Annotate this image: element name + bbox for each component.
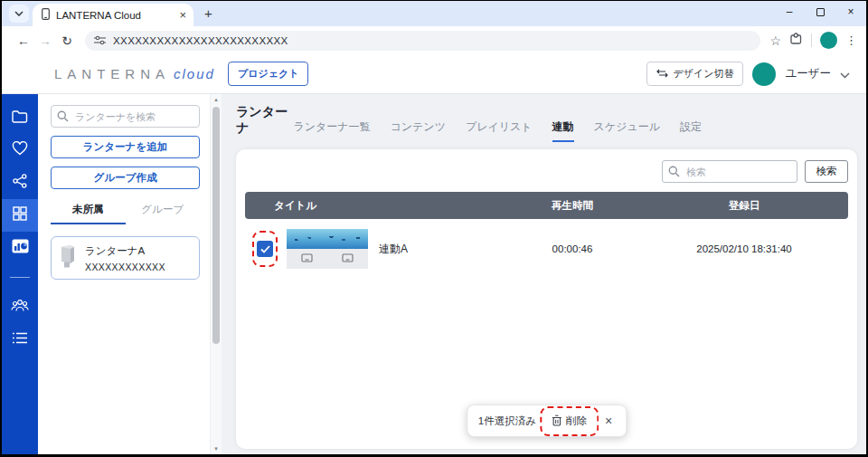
main-tabs: ランターナ一覧 コンテンツ プレイリスト 連動 スケジュール 設定 (293, 119, 857, 142)
nav-sidebar (2, 94, 38, 454)
check-icon (260, 245, 270, 253)
browser-window: LANTERNA Cloud × + – × ← → ↻ XXXXXXXXXXX… (0, 0, 868, 457)
selection-bar: 1件選択済み 削除 × (467, 405, 627, 437)
sidebar-item-folder[interactable] (2, 101, 38, 134)
table-row[interactable]: 連動A 00:00:46 2025/02/10 18:31:40 (245, 219, 848, 279)
sidebar-item-users[interactable] (2, 290, 38, 323)
tab-title: LANTERNA Cloud (56, 10, 173, 21)
site-settings-icon[interactable] (94, 33, 106, 49)
design-switch-button[interactable]: デザイン切替 (646, 62, 743, 86)
forward-button[interactable]: → (34, 33, 56, 48)
browser-menu-icon[interactable]: ⋮ (845, 33, 857, 47)
tab-playlist[interactable]: プレイリスト (466, 119, 533, 142)
create-group-button[interactable]: グループ作成 (51, 167, 200, 189)
window-minimize-button[interactable]: – (774, 1, 805, 23)
tab-schedule[interactable]: スケジュール (594, 119, 660, 142)
scrollbar-track[interactable] (211, 105, 222, 443)
table-search (662, 160, 797, 183)
window-close-button[interactable]: × (835, 1, 866, 23)
browser-toolbar: ← → ↻ XXXXXXXXXXXXXXXXXXXXXXXX ☆ ⋮ (2, 26, 866, 54)
scroll-up-icon[interactable]: ▴ (214, 94, 218, 105)
new-tab-button[interactable]: + (204, 5, 212, 21)
scrollbar-thumb[interactable] (212, 107, 220, 344)
trash-icon (552, 414, 561, 428)
tab-group[interactable]: グループ (126, 203, 201, 224)
tab-settings[interactable]: 設定 (680, 119, 702, 142)
analytics-icon (12, 239, 29, 257)
monitor-icon (301, 251, 313, 267)
project-button[interactable]: プロジェクト (228, 62, 309, 86)
browser-tabstrip: LANTERNA Cloud × + – × (2, 1, 866, 26)
user-menu-label[interactable]: ユーザー (785, 66, 831, 81)
monitor-icon (342, 251, 354, 267)
row-checkbox[interactable] (257, 241, 273, 257)
phone-icon (42, 7, 50, 24)
logo-cloud: cloud (174, 66, 215, 81)
toolbar-divider (811, 33, 812, 47)
selection-close-icon[interactable]: × (602, 414, 615, 428)
tab-unassigned[interactable]: 未所属 (51, 203, 126, 224)
extensions-icon[interactable] (789, 32, 803, 49)
folder-icon (12, 109, 28, 127)
sidebar-item-favorites[interactable] (2, 134, 38, 167)
device-panel: ランターナを追加 グループ作成 未所属 グループ ランターナA XXXXXXXX… (38, 94, 210, 454)
heart-icon (12, 141, 28, 159)
column-duration: 再生時間 (505, 199, 640, 213)
tab-contents[interactable]: コンテンツ (391, 119, 446, 142)
search-icon (668, 166, 680, 177)
grid-icon (13, 206, 27, 224)
thumbnail-image (287, 229, 368, 249)
device-search-input[interactable] (51, 105, 200, 128)
tab-lanterna-list[interactable]: ランターナ一覧 (293, 119, 370, 142)
page-title: ランターナ (236, 104, 293, 142)
row-thumbnail (287, 229, 368, 269)
column-title: タイトル (245, 199, 505, 213)
table-search-input[interactable] (662, 160, 797, 183)
delete-button[interactable]: 削除 (543, 409, 595, 433)
tab-search-chevron-icon[interactable] (9, 5, 29, 23)
sidebar-divider (10, 277, 30, 278)
back-button[interactable]: ← (13, 33, 34, 48)
device-id: XXXXXXXXXXXX (85, 262, 165, 272)
scroll-down-icon[interactable]: ▾ (214, 443, 218, 454)
app-header: LANTERNA cloud プロジェクト デザイン切替 ユーザー (2, 54, 866, 94)
bookmark-star-icon[interactable]: ☆ (769, 33, 781, 48)
lanterna-device-icon (59, 244, 77, 272)
window-maximize-button[interactable] (805, 1, 835, 23)
reload-button[interactable]: ↻ (56, 33, 78, 48)
chevron-down-icon[interactable] (840, 66, 850, 82)
url-text: XXXXXXXXXXXXXXXXXXXXXXXX (113, 35, 288, 46)
maximize-icon (816, 8, 825, 16)
row-registered: 2025/02/10 18:31:40 (640, 243, 848, 254)
column-registered: 登録日 (640, 199, 848, 213)
list-icon (12, 331, 28, 348)
delete-label: 削除 (566, 414, 587, 428)
address-bar[interactable]: XXXXXXXXXXXXXXXXXXXXXXXX (85, 31, 760, 51)
add-lanterna-button[interactable]: ランターナを追加 (51, 136, 200, 158)
sidebar-item-share[interactable] (2, 167, 38, 199)
tab-close-icon[interactable]: × (179, 9, 186, 21)
user-avatar[interactable] (752, 62, 776, 86)
swap-arrows-icon (656, 69, 668, 80)
search-button[interactable]: 検索 (805, 160, 848, 183)
device-search (51, 105, 200, 128)
design-switch-label: デザイン切替 (673, 67, 733, 81)
sidebar-item-logs[interactable] (2, 323, 38, 356)
sidebar-item-lanterna[interactable] (2, 199, 38, 232)
tab-rendou[interactable]: 連動 (552, 119, 574, 142)
panel-tabs: 未所属 グループ (51, 203, 200, 224)
row-duration: 00:00:46 (505, 243, 640, 254)
search-icon (57, 110, 69, 122)
device-card[interactable]: ランターナA XXXXXXXXXXXX (51, 236, 200, 280)
browser-profile-avatar[interactable] (820, 32, 837, 49)
share-icon (13, 174, 27, 192)
sidebar-item-analytics[interactable] (2, 232, 38, 264)
people-icon (11, 299, 29, 316)
browser-tab[interactable]: LANTERNA Cloud × (33, 4, 193, 26)
main-content: ランターナ ランターナ一覧 コンテンツ プレイリスト 連動 スケジュール 設定 (222, 94, 866, 454)
row-title: 連動A (379, 242, 408, 257)
thumbnail-displays (287, 249, 368, 269)
content-card: 検索 タイトル 再生時間 登録日 (236, 149, 857, 449)
table-header: タイトル 再生時間 登録日 (245, 192, 848, 219)
panel-scrollbar[interactable]: ▴ ▾ (210, 94, 222, 454)
